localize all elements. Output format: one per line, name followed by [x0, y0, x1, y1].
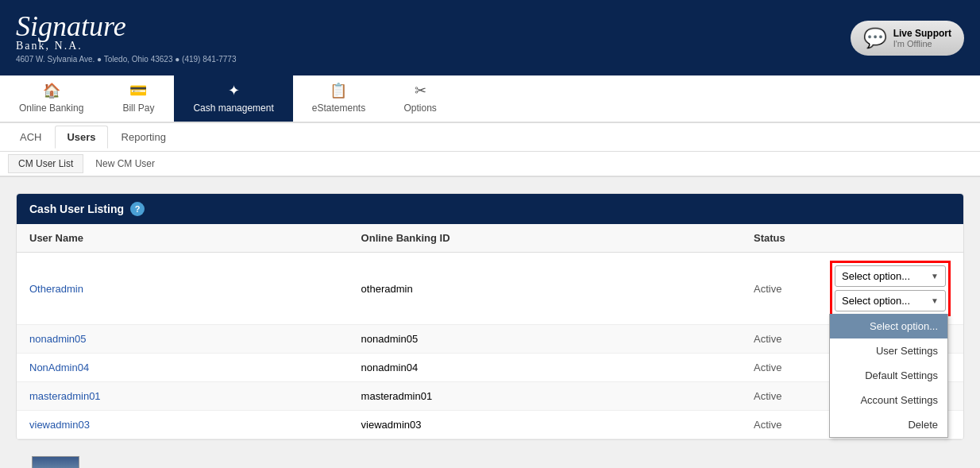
- dropdown-item-user-settings[interactable]: User Settings: [830, 338, 947, 363]
- cell-online-id: otheradmin: [349, 253, 741, 325]
- sub-nav-users[interactable]: Users: [55, 126, 107, 149]
- sub-nav-reporting[interactable]: Reporting: [110, 126, 178, 149]
- cell-username: Otheradmin: [17, 253, 349, 325]
- select-option-dropdown-row1[interactable]: Select option... ▼: [835, 265, 946, 287]
- sub-navigation: ACH Users Reporting: [0, 123, 980, 152]
- user-link-nonadmin04[interactable]: NonAdmin04: [29, 362, 89, 373]
- cell-online-id: nonadmin05: [349, 325, 741, 354]
- cell-status: Active: [741, 382, 804, 411]
- user-link-viewadmin03[interactable]: viewadmin03: [29, 419, 90, 431]
- user-link-nonadmin05[interactable]: nonadmin05: [29, 333, 87, 345]
- sub-nav-ach[interactable]: ACH: [8, 126, 53, 149]
- table-row: masteradmin01 masteradmin01 Active: [17, 382, 963, 411]
- cell-username: viewadmin03: [17, 411, 349, 439]
- nav-item-options[interactable]: ✂ Options: [384, 75, 456, 122]
- dropdown-arrow: ▼: [931, 272, 939, 280]
- main-navigation: 🏠 Online Banking 💳 Bill Pay ✦ Cash manag…: [0, 75, 980, 123]
- cell-status: Active: [741, 411, 804, 439]
- cell-username: NonAdmin04: [17, 354, 349, 382]
- table-row: nonadmin05 nonadmin05 Active: [17, 325, 963, 354]
- help-icon[interactable]: ?: [130, 202, 145, 216]
- live-support-button[interactable]: 💬 Live Support I'm Offline: [851, 21, 964, 56]
- col-action: [804, 224, 963, 253]
- logo-area: Signature Bank, N.A. 4607 W. Sylvania Av…: [16, 12, 236, 64]
- dropdown-item-default-settings[interactable]: Default Settings: [830, 363, 947, 388]
- breadcrumb-navigation: CM User List New CM User: [0, 152, 980, 177]
- live-support-text: Live Support I'm Offline: [893, 28, 951, 48]
- options-icon: ✂: [415, 82, 426, 99]
- breadcrumb-cm-user-list[interactable]: CM User List: [8, 154, 83, 173]
- cell-online-id: masteradmin01: [349, 382, 741, 411]
- col-status: Status: [741, 224, 804, 253]
- cell-status: Active: [741, 354, 804, 382]
- logo-address: 4607 W. Sylvania Ave. ● Toledo, Ohio 436…: [16, 55, 236, 64]
- dropdown-item-delete[interactable]: Delete: [830, 412, 947, 437]
- main-content: Cash User Listing ? User Name Online Ban…: [0, 177, 980, 468]
- nav-item-bill-pay[interactable]: 💳 Bill Pay: [102, 75, 174, 122]
- breadcrumb-new-cm-user[interactable]: New CM User: [85, 154, 165, 173]
- nav-item-estatements[interactable]: 📋 eStatements: [293, 75, 384, 122]
- table-row: NonAdmin04 nonadmin04 Active: [17, 354, 963, 382]
- chat-icon: 💬: [863, 27, 887, 49]
- nav-item-cash-management[interactable]: ✦ Cash management: [174, 75, 292, 122]
- estatements-icon: 📋: [330, 82, 347, 99]
- thumbnail-image: [32, 456, 79, 468]
- table-wrapper: User Name Online Banking ID Status Other…: [17, 224, 963, 439]
- cell-status: Active: [741, 325, 804, 354]
- user-table: User Name Online Banking ID Status Other…: [17, 224, 963, 439]
- bill-pay-icon: 💳: [129, 82, 147, 99]
- dropdown-item-select-option[interactable]: Select option...: [830, 314, 947, 338]
- page-header: Signature Bank, N.A. 4607 W. Sylvania Av…: [0, 0, 980, 75]
- user-link-otheradmin[interactable]: Otheradmin: [29, 283, 83, 295]
- cell-online-id: viewadmin03: [349, 411, 741, 439]
- cell-username: nonadmin05: [17, 325, 349, 354]
- cell-username: masteradmin01: [17, 382, 349, 411]
- dropdown-menu: Select option... User Settings Default S…: [829, 314, 948, 438]
- footer-area: [16, 440, 964, 468]
- cash-user-panel: Cash User Listing ? User Name Online Ban…: [16, 193, 964, 440]
- panel-header: Cash User Listing ?: [17, 194, 963, 224]
- table-header-row: User Name Online Banking ID Status: [17, 224, 963, 253]
- col-username: User Name: [17, 224, 349, 253]
- cell-online-id: nonadmin04: [349, 354, 741, 382]
- col-online-id: Online Banking ID: [349, 224, 741, 253]
- dropdown-highlight: Select option... ▼ Select option... User…: [830, 261, 951, 316]
- user-link-masteradmin01[interactable]: masteradmin01: [29, 390, 101, 402]
- cash-mgmt-icon: ✦: [228, 82, 240, 99]
- table-row: viewadmin03 viewadmin03 Active: [17, 411, 963, 439]
- cell-status: Active: [741, 253, 804, 325]
- home-icon: 🏠: [43, 82, 60, 99]
- logo-main: Signature Bank, N.A.: [16, 12, 236, 52]
- dropdown-item-account-settings[interactable]: Account Settings: [830, 388, 947, 412]
- action-cell: Select option... ▼ Select option... User…: [804, 253, 963, 325]
- nav-item-online-banking[interactable]: 🏠 Online Banking: [0, 75, 102, 122]
- dropdown-arrow-2: ▼: [931, 296, 939, 305]
- select-option-dropdown-row2[interactable]: Select option... ▼: [835, 290, 946, 311]
- table-row: Otheradmin otheradmin Active Select opti: [17, 253, 963, 325]
- panel-title: Cash User Listing: [29, 203, 124, 215]
